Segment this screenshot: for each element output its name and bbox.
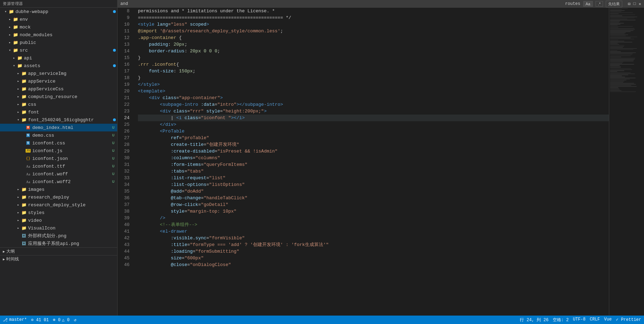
tree-item-iconfont.ttf[interactable]: Aaiconfont.ttfU [0,162,117,170]
spaces-label[interactable]: 空格: 2 [553,317,569,323]
tree-item-waibu_img[interactable]: 🖼外部样式划分.png [0,232,117,240]
tree-item-VisualIcon[interactable]: ▸📁VisualIcon [0,224,117,232]
branch-item[interactable]: ⎇ master* [3,317,27,323]
tree-item-label: images [28,187,116,192]
token: size [171,255,182,261]
minimap-line [610,45,624,46]
minimap-line [610,88,619,89]
tree-item-appServiceCss[interactable]: ▸📁appServiceCss [0,85,117,93]
tree-item-font_2540246_16icgbgghtr[interactable]: ▾📁font_2540246_16icgbgghtr [0,116,117,124]
tree-item-label: computing_resource [28,94,116,99]
tree-item-iconfont.woff2[interactable]: Aaiconfont.woff2U [0,178,117,186]
tree-item-node_modules[interactable]: ▸📁node_modules [0,31,117,39]
tree-item-font[interactable]: ▸📁font [0,108,117,116]
tree-item-assets[interactable]: ▾📁assets [0,62,117,70]
clock-label: ⊙ 41 01 [31,317,48,323]
tree-item-demo_index.html[interactable]: Hdemo_index.htmlU [0,124,117,131]
tree-item-public[interactable]: ▸📁public [0,39,117,46]
line-col-label[interactable]: 行 24, 列 26 [520,317,549,323]
maximize-icon[interactable]: □ [633,1,636,6]
line-number: 21 [118,95,132,101]
code-editor[interactable]: permissions and * limitations under the … [135,8,609,316]
token [138,222,160,227]
tree-arrow: ▾ [3,9,8,14]
minimap-line [610,86,637,87]
tree-arrow: ▾ [15,117,21,123]
errors-item[interactable]: ⊗ 0 △ 0 [53,317,69,323]
tree-item-iconfont.json[interactable]: {}iconfont.jsonU [0,155,117,162]
token: create-title [171,142,204,147]
tree-item-src[interactable]: ▾📁src [0,46,117,54]
tree-arrow: ▸ [15,109,21,115]
tree-item-label: iconfont.json [32,156,112,161]
token [138,189,171,194]
tree-item-images[interactable]: ▸📁images [0,186,117,193]
tree-item-computing_resource[interactable]: ▸📁computing_resource [0,93,117,101]
close-panel-icon[interactable]: ⊟ [628,1,630,7]
tree-item-label: assets [24,63,113,69]
token: ========================================… [138,15,291,20]
token: 20px 0 0 0 [190,48,217,54]
tree-item-app_serviceImg[interactable]: ▸📁app_serviceImg [0,70,117,77]
formatter-label[interactable]: ✓ Prettier [616,317,641,323]
line-number: 28 [118,141,132,148]
code-line: ref="proTable" [138,135,609,141]
tree-file-icon: 📁 [21,218,27,223]
outline-section[interactable]: ▶ 大纲 [0,247,117,255]
tree-item-styles[interactable]: ▸📁styles [0,209,117,216]
tree-item-iconfont.woff[interactable]: Aaiconfont.woffU [0,170,117,178]
line-number: 39 [118,215,132,221]
token: : [168,42,174,47]
token: @close [171,262,187,267]
tree-item-appService[interactable]: ▸📁appService [0,77,117,85]
minimap-line [610,85,631,86]
code-line: <el-drawer [138,228,609,235]
language-label[interactable]: Vue [604,317,612,323]
tree-item-env[interactable]: ▸📁env [0,15,117,23]
close-icon[interactable]: ✕ [639,1,641,7]
tree-item-video[interactable]: ▸📁video [0,216,117,224]
minimap-line [610,52,636,53]
line-ending-label[interactable]: CRLF [590,317,600,323]
minimap [609,8,644,316]
tree-item-iconfont.js[interactable]: JSiconfont.jsU [0,147,117,155]
minimap-line [610,81,624,82]
tree-item-research_deploy[interactable]: ▸📁research_deploy [0,193,117,201]
timeline-section[interactable]: ▶ 时间线 [0,255,117,263]
tree-item-research_deploy_style[interactable]: ▸📁research_deploy_style [0,201,117,209]
tree-item-api[interactable]: ▸📁api [0,54,117,62]
token: <!--表单组件--> [160,222,197,227]
token: "less" [171,22,187,27]
sync-item[interactable]: ↺ [74,317,76,323]
tree-file-icon: 📁 [21,71,27,76]
minimap-line [610,56,631,56]
token [138,135,171,141]
minimap-line [610,22,619,22]
results-button[interactable]: 先结果 [606,1,622,7]
tree-item-dubhe-webapp[interactable]: ▾📁dubhe-webapp [0,8,117,15]
token [138,249,171,254]
tree-file-icon: 📁 [21,78,27,84]
tree-item-demo.css[interactable]: Sdemo.cssU [0,131,117,139]
tree-item-iconfont.css[interactable]: Siconfont.cssU [0,139,117,147]
tree-item-yingyong_api[interactable]: 🖼应用服务子系统api.png [0,240,117,247]
minimap-line [610,77,625,77]
minimap-line [610,87,618,88]
tree-item-label: research_deploy_style [28,202,116,208]
token: = [176,95,179,101]
regex-button[interactable]: .* [596,1,603,7]
tree-item-css[interactable]: ▸📁css [0,101,117,108]
token: :columns [171,155,193,161]
tree-item-mock[interactable]: ▸📁mock [0,23,117,31]
token [138,162,171,167]
token: : [185,48,190,54]
case-sensitive-button[interactable]: Aa [583,1,593,7]
minimap-line [610,9,622,10]
file-status: U [112,141,116,145]
file-status: U [112,164,116,168]
tree-file-icon: Aa [25,163,31,169]
encoding-label[interactable]: UTF-8 [573,317,586,323]
line-number: 25 [118,121,132,128]
minimap-line [610,57,621,57]
token: "handleTabClick" [204,195,247,201]
